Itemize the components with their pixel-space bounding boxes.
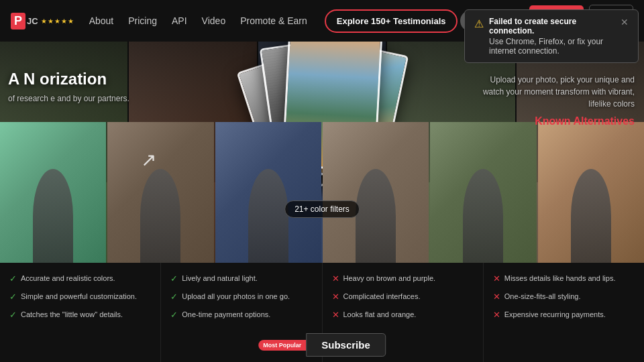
strip-image-4	[323, 122, 429, 263]
nav-links: About Pricing API Video Promote & Earn	[83, 11, 314, 30]
nav-about[interactable]: About	[83, 11, 121, 30]
feature-text: Complicated interfaces.	[343, 292, 421, 301]
x-icon: ✕	[493, 310, 500, 321]
strip-person-4	[356, 169, 396, 263]
warning-icon: ⚠	[474, 17, 484, 30]
feature-item: ✓ Accurate and realistic colors.	[9, 274, 151, 285]
strip-image-6	[538, 122, 644, 263]
nav-video[interactable]: Video	[195, 11, 233, 30]
hero-title: A N orization	[8, 70, 196, 89]
feature-item: ✕ Looks flat and orange.	[332, 310, 474, 321]
strip-person-2	[140, 169, 180, 263]
logo[interactable]: P JC ★★★★★	[11, 13, 74, 29]
x-icon: ✕	[332, 310, 339, 321]
close-icon[interactable]: ✕	[621, 17, 629, 27]
logo-jc: JC	[27, 16, 38, 26]
features-col-4: ✕ Misses details like hands and lips. ✕ …	[484, 263, 644, 362]
check-icon: ✓	[9, 274, 17, 285]
check-icon: ✓	[9, 292, 17, 303]
x-icon: ✕	[493, 274, 500, 285]
nav-promote[interactable]: Promote & Earn	[233, 11, 314, 30]
x-icon: ✕	[332, 274, 339, 285]
arrow-icon: ↗	[141, 149, 156, 171]
strip-image-2	[107, 122, 213, 263]
hero-subtitle: of research e and by our partners.	[8, 93, 196, 105]
hero-text-right: Upload your photo, pick your unique and …	[474, 74, 635, 110]
feature-text: Expensive recurring payments.	[504, 310, 606, 319]
check-icon: ✓	[170, 310, 178, 321]
feature-item: ✓ Upload all your photos in one go.	[170, 292, 312, 303]
check-icon: ✓	[170, 292, 178, 303]
feature-item: ✕ One-size-fits-all styling.	[493, 292, 635, 303]
feature-text: Heavy on brown and purple.	[343, 274, 436, 283]
toast-content: Failed to create secure connection. Use …	[489, 17, 615, 56]
subscribe-area: Most Popular Subscribe	[258, 333, 386, 357]
feature-item: ✕ Heavy on brown and purple.	[332, 274, 474, 285]
check-icon: ✓	[170, 274, 178, 285]
features-col-1: ✓ Accurate and realistic colors. ✓ Simpl…	[0, 263, 161, 362]
toast-title: Failed to create secure connection.	[489, 17, 615, 36]
feature-item: ✓ Simple and powerful customization.	[9, 292, 151, 303]
hero: A N orization of research e and by our p…	[0, 42, 644, 362]
nav-api[interactable]: API	[165, 11, 194, 30]
feature-item: ✕ Misses details like hands and lips.	[493, 274, 635, 285]
feature-item: ✓ One-time payment options.	[170, 310, 312, 321]
hero-right-title: Upload your photo, pick your unique and …	[474, 74, 635, 110]
strip-person-5	[463, 169, 503, 263]
strip-image-1	[0, 122, 106, 263]
testimonials-button[interactable]: Explore 150+ Testimonials	[325, 9, 458, 33]
nav-pricing[interactable]: Pricing	[121, 11, 164, 30]
feature-item: ✓ Catches the "little wow" details.	[9, 310, 151, 321]
feature-text: Catches the "little wow" details.	[21, 310, 123, 319]
check-icon: ✓	[9, 310, 17, 321]
toast-body: Use Chrome, Firefox, or fix your interne…	[489, 37, 615, 56]
feature-text: Looks flat and orange.	[343, 310, 417, 319]
feature-item: ✕ Expensive recurring payments.	[493, 310, 635, 321]
x-icon: ✕	[493, 292, 500, 303]
strip-image-3	[215, 122, 321, 263]
feature-text: One-time payment options.	[182, 310, 270, 319]
bottom-strip	[0, 122, 644, 263]
error-toast: ⚠ Failed to create secure connection. Us…	[464, 9, 639, 63]
feature-text: Simple and powerful customization.	[21, 292, 137, 301]
filter-badge[interactable]: 21+ color filters	[284, 200, 360, 218]
x-icon: ✕	[332, 292, 339, 303]
strip-person-6	[571, 169, 611, 263]
feature-text: One-size-fits-all styling.	[504, 292, 581, 301]
strip-image-5	[430, 122, 536, 263]
known-alternatives-heading: Known Alternatives	[535, 115, 635, 127]
logo-stars: ★★★★★	[41, 17, 74, 25]
feature-text: Accurate and realistic colors.	[21, 274, 115, 283]
feature-text: Lively and natural light.	[182, 274, 258, 283]
feature-text: Misses details like hands and lips.	[504, 274, 616, 283]
strip-person-3	[248, 169, 288, 263]
most-popular-badge: Most Popular	[258, 340, 306, 351]
subscribe-button[interactable]: Subscribe	[306, 333, 386, 357]
hero-text-left: A N orization of research e and by our p…	[8, 70, 196, 105]
logo-p: P	[11, 13, 25, 29]
feature-text: Upload all your photos in one go.	[182, 292, 290, 301]
feature-item: ✓ Lively and natural light.	[170, 274, 312, 285]
feature-item: ✕ Complicated interfaces.	[332, 292, 474, 303]
strip-person-1	[33, 169, 73, 263]
